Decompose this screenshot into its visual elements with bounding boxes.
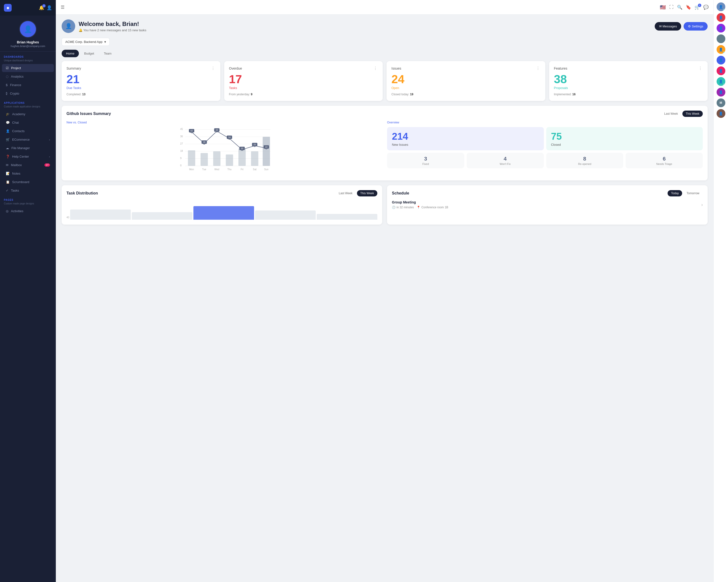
stat-title: Issues <box>391 66 401 70</box>
new-issues-number: 214 <box>392 131 539 142</box>
sidebar-item-scrumboard[interactable]: 📋 Scrumboard <box>2 178 54 186</box>
sidebar-item-label: Activities <box>11 209 23 213</box>
mailbox-icon: ✉ <box>6 163 8 167</box>
rs-avatar-0[interactable]: 👤 <box>717 2 725 11</box>
rs-avatar-4[interactable]: 👤 <box>717 45 725 54</box>
task-toggle-this-week[interactable]: This Week <box>357 190 378 196</box>
tab-team[interactable]: Team <box>100 50 116 57</box>
sidebar-item-filemanager[interactable]: ☁ File Manager <box>2 144 54 152</box>
stat-label: Open <box>391 86 540 90</box>
svg-rect-12 <box>188 150 196 166</box>
reopened-label: Re-opened <box>549 163 621 165</box>
rs-avatar-5[interactable]: 👤 <box>717 56 725 64</box>
task-toggle-last-week[interactable]: Last Week <box>335 190 356 196</box>
more-options-icon[interactable]: ⋮ <box>373 66 378 71</box>
schedule-event: Group Meeting 🕐 in 32 minutes 📍 Conferen… <box>392 200 703 209</box>
rs-avatar-9[interactable]: M <box>717 99 725 107</box>
more-options-icon[interactable]: ⋮ <box>536 66 540 71</box>
toggle-this-week[interactable]: This Week <box>682 111 703 117</box>
task-dist-header: Task Distribution Last Week This Week <box>67 190 378 196</box>
cart-wrap[interactable]: 🛒 5 <box>695 5 700 10</box>
sidebar-item-helpcenter[interactable]: ❓ Help Center › <box>2 153 54 161</box>
user-circle-icon[interactable]: 👤 <box>47 5 52 10</box>
svg-text:Wed: Wed <box>214 168 219 171</box>
messages-button[interactable]: ✉ Messages <box>655 22 681 31</box>
sidebar-item-ecommerce[interactable]: 🛒 ECommerce › <box>2 136 54 144</box>
svg-text:25: 25 <box>253 143 256 146</box>
stat-number: 38 <box>554 74 703 85</box>
rs-avatar-8[interactable]: 👤 <box>717 88 725 96</box>
stat-card-header: Issues ⋮ <box>391 66 540 71</box>
github-issues-card: Github Issues Summary Last Week This Wee… <box>62 106 708 181</box>
schedule-tomorrow-btn[interactable]: Tomorrow <box>683 190 703 196</box>
fullscreen-icon[interactable]: ⛶ <box>669 5 674 10</box>
sidebar-item-tasks[interactable]: ✓ Tasks <box>2 187 54 194</box>
stat-label: Proposals <box>554 86 703 90</box>
rs-avatar-2[interactable]: 👤 <box>717 24 725 32</box>
dashboards-sublabel: Unique dashboard designs <box>0 59 56 64</box>
applications-sublabel: Custom made application designs <box>0 105 56 110</box>
pages-sublabel: Custom made page designs <box>0 202 56 207</box>
settings-button[interactable]: ⚙ Settings <box>683 22 708 31</box>
menu-icon[interactable]: ☰ <box>61 5 64 10</box>
more-options-icon[interactable]: ⋮ <box>698 66 703 71</box>
sidebar-item-activities[interactable]: ◎ Activities <box>2 207 54 215</box>
sidebar-item-crypto[interactable]: ₿ Crypto <box>2 89 54 98</box>
tab-home[interactable]: Home <box>62 50 79 57</box>
sidebar-item-label: Contacts <box>12 129 25 133</box>
pages-label: PAGES <box>0 195 56 202</box>
right-sidebar: 👤 👤 👤 M 👤 👤 👤 👤 👤 M 👤 <box>713 0 728 582</box>
rs-avatar-10[interactable]: 👤 <box>717 109 725 118</box>
topbar-chat-icon[interactable]: 💬 <box>703 5 709 10</box>
chart-svg: 45 36 27 18 9 0 <box>67 127 382 175</box>
flag-icon[interactable]: 🇺🇸 <box>660 4 666 10</box>
online-dot <box>723 9 725 11</box>
more-options-icon[interactable]: ⋮ <box>211 66 215 71</box>
sidebar-item-analytics[interactable]: ◌ Analytics <box>2 73 54 81</box>
project-selector[interactable]: ACME Corp. Backend App ▾ <box>62 38 110 46</box>
stat-sub: Implemented: 16 <box>554 93 703 96</box>
fixed-label: Fixed <box>390 163 461 165</box>
svg-text:27: 27 <box>180 142 183 145</box>
bookmark-icon[interactable]: 🔖 <box>686 5 691 10</box>
chart-section: New vs. Closed 45 36 27 18 9 0 <box>67 121 382 175</box>
svg-text:22: 22 <box>265 146 267 148</box>
chevron-right-icon[interactable]: › <box>701 202 703 207</box>
sidebar-item-notes[interactable]: 📝 Notes <box>2 169 54 177</box>
sidebar-item-mailbox[interactable]: ✉ Mailbox 27 <box>2 161 54 169</box>
topbar: ☰ 🇺🇸 ⛶ 🔍 🔖 🛒 5 💬 <box>56 0 713 15</box>
schedule-today-btn[interactable]: Today <box>668 190 682 196</box>
chevron-down-icon: ▾ <box>104 40 106 44</box>
svg-text:0: 0 <box>180 164 182 167</box>
sidebar-item-academy[interactable]: 🎓 Academy <box>2 110 54 118</box>
svg-text:42: 42 <box>190 130 193 132</box>
event-time: 🕐 in 32 minutes <box>392 206 414 209</box>
schedule-header: Schedule Today Tomorrow <box>392 190 703 196</box>
section-header: Github Issues Summary Last Week This Wee… <box>67 111 703 117</box>
tab-group: Home Budget Team <box>62 50 708 57</box>
search-icon[interactable]: 🔍 <box>677 5 682 10</box>
contacts-icon: 👤 <box>6 129 10 133</box>
rs-avatar-7[interactable]: 👤 <box>717 77 725 86</box>
welcome-left: 👤 Welcome back, Brian! 🔔 You have 2 new … <box>62 20 146 33</box>
sidebar-item-chat[interactable]: 💬 Chat <box>2 118 54 127</box>
overview-section: Overview 214 New Issues 75 Closed <box>387 121 703 175</box>
sidebar-item-contacts[interactable]: 👤 Contacts <box>2 127 54 135</box>
sidebar-item-finance[interactable]: $ Finance <box>2 81 54 89</box>
svg-text:20: 20 <box>241 147 243 149</box>
rs-avatar-3[interactable]: M <box>717 34 725 43</box>
event-info: Group Meeting 🕐 in 32 minutes 📍 Conferen… <box>392 200 448 209</box>
notification-icon[interactable]: 🔔 3 <box>39 5 44 10</box>
rs-avatar-6[interactable]: 👤 <box>717 66 725 75</box>
filemanager-icon: ☁ <box>6 146 9 150</box>
rs-avatar-1[interactable]: 👤 <box>717 13 725 22</box>
new-issues-card: 214 New Issues <box>387 127 544 150</box>
toggle-last-week[interactable]: Last Week <box>661 111 681 117</box>
app-logo[interactable]: ◆ <box>4 4 11 11</box>
tab-budget[interactable]: Budget <box>80 50 99 57</box>
github-toggle-group: Last Week This Week <box>661 111 703 117</box>
stat-card-overdue: Overdue ⋮ 17 Tasks From yesterday: 9 <box>224 61 383 101</box>
chart-label: New vs. Closed <box>67 121 382 124</box>
ecommerce-icon: 🛒 <box>6 138 10 141</box>
sidebar-item-project[interactable]: ☑ Project <box>2 64 54 72</box>
